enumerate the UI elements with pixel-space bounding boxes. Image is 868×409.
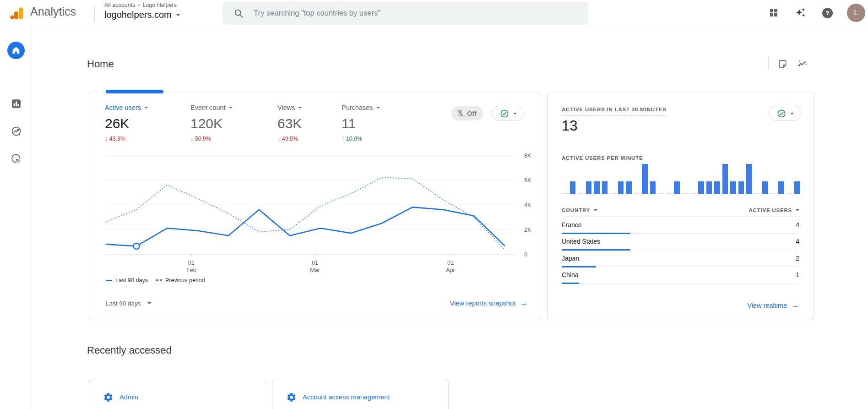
avatar-letter: L — [854, 8, 858, 17]
sidebar-item-reports[interactable] — [0, 98, 32, 109]
view-realtime-link[interactable]: View realtime → — [747, 301, 799, 310]
recently-accessed-heading: Recently accessed — [87, 344, 172, 356]
legend-solid-swatch — [106, 280, 112, 281]
minute-bar — [746, 163, 752, 194]
breadcrumb-org[interactable]: Logo Helpers — [142, 2, 176, 8]
metric-delta: ↑ 10.0% — [342, 136, 380, 142]
country-name: Japan — [562, 255, 579, 262]
chevron-down-icon — [790, 113, 794, 115]
insights-icon[interactable] — [797, 58, 808, 70]
metric-tab-views[interactable]: Views63K↓ 49.5% — [277, 104, 302, 142]
country-active-users: 4 — [796, 238, 799, 245]
check-circle-icon — [777, 109, 786, 118]
note-icon[interactable] — [777, 59, 788, 69]
ga-home-page: Analytics All accounts › Logo Helpers lo… — [0, 0, 868, 409]
overview-card: Active users26K↓ 43.3%Event count120K↓ 5… — [89, 92, 540, 320]
minute-bar — [706, 163, 712, 194]
metric-label: Active users — [105, 104, 148, 111]
key-events-off-badge[interactable]: Off — [451, 106, 483, 120]
minute-slot-empty — [562, 163, 568, 194]
chevron-down-icon — [229, 107, 233, 109]
explore-icon — [11, 125, 22, 137]
minute-slot-empty — [787, 163, 792, 194]
minute-slot-empty — [754, 163, 760, 194]
breadcrumb[interactable]: All accounts › Logo Helpers — [104, 2, 180, 8]
property-name: logohelpers.com — [104, 10, 172, 20]
chevron-down-icon — [144, 107, 148, 109]
view-reports-snapshot-link[interactable]: View reports snapshot → — [450, 299, 528, 308]
chevron-down-icon — [147, 302, 151, 304]
svg-text:0: 0 — [524, 251, 527, 258]
help-icon[interactable]: ? — [822, 8, 833, 18]
svg-text:Mar: Mar — [310, 267, 320, 273]
gear-icon — [103, 392, 114, 403]
sidebar-item-explore[interactable] — [0, 125, 32, 137]
breadcrumb-all-accounts[interactable]: All accounts — [104, 2, 135, 8]
date-range-select[interactable]: Last 90 days — [106, 300, 151, 307]
data-quality-pill[interactable] — [769, 106, 802, 121]
recent-card-admin[interactable]: Admin — [89, 379, 267, 409]
chevron-down-icon — [513, 113, 517, 115]
minute-bar — [722, 163, 728, 194]
country-column-header[interactable]: COUNTRY — [562, 207, 597, 213]
sidebar-item-advertising[interactable] — [0, 153, 32, 164]
minute-bar — [794, 163, 800, 194]
data-quality-pill[interactable] — [492, 106, 525, 121]
avatar[interactable]: L — [847, 4, 865, 22]
gemini-sparkle-icon[interactable] — [794, 6, 807, 19]
search-input[interactable] — [254, 9, 577, 17]
reports-icon — [11, 98, 22, 109]
analytics-logo-icon[interactable] — [9, 5, 24, 21]
minute-bar — [570, 163, 576, 194]
country-row-japan: Japan2 — [562, 250, 799, 267]
minute-slot-empty — [658, 163, 664, 194]
minute-slot-empty — [770, 163, 776, 194]
metric-delta: ↓ 43.3% — [105, 136, 148, 142]
country-name: France — [562, 221, 582, 229]
chevron-right-icon: › — [138, 2, 140, 8]
svg-text:01: 01 — [447, 260, 454, 266]
metric-tab-purchases[interactable]: Purchases11↑ 10.0% — [342, 104, 380, 142]
country-name: China — [562, 271, 579, 278]
legend-dotted-swatch — [156, 279, 162, 281]
minute-slot-empty — [690, 163, 696, 194]
search-bar[interactable] — [222, 1, 588, 25]
chevron-down-icon — [176, 14, 180, 16]
recent-card-account-access[interactable]: Account access management — [272, 379, 449, 409]
metric-tab-event-count[interactable]: Event count120K↓ 50.9% — [190, 104, 233, 142]
minute-bar — [778, 163, 784, 194]
metric-tab-active-users[interactable]: Active users26K↓ 43.3% — [105, 104, 148, 142]
svg-text:8K: 8K — [524, 153, 532, 159]
trend-chart: 02K4K6K8K01Feb01Mar01Apr — [106, 152, 541, 273]
active-users-column-header[interactable]: ACTIVE USERS — [749, 207, 799, 213]
metric-value: 63K — [277, 116, 302, 131]
minute-bar — [626, 163, 632, 194]
active-users-30min-value: 13 — [562, 118, 577, 134]
off-badge-label: Off — [467, 110, 477, 117]
country-bar — [562, 283, 579, 284]
link-label: View reports snapshot — [450, 300, 515, 307]
property-selector[interactable]: logohelpers.com — [104, 10, 180, 20]
country-name: United States — [562, 238, 600, 245]
recent-card-label: Account access management — [303, 392, 390, 401]
country-table-body: France4United States4Japan2China1 — [562, 217, 799, 284]
minute-bar — [602, 163, 608, 194]
sidebar-item-home[interactable] — [0, 42, 32, 59]
metric-label: Event count — [190, 104, 233, 111]
minute-slot-empty — [666, 163, 672, 194]
check-circle-icon — [500, 109, 509, 118]
grid-apps-icon[interactable] — [768, 7, 779, 18]
svg-text:4K: 4K — [524, 202, 532, 208]
account-breadcrumb: All accounts › Logo Helpers logohelpers.… — [104, 2, 180, 20]
active-tab-indicator — [106, 90, 163, 93]
country-row-france: France4 — [562, 217, 799, 234]
country-table-header: COUNTRY ACTIVE USERS — [562, 204, 799, 217]
minute-bar — [738, 163, 744, 194]
metric-value: 120K — [190, 116, 233, 131]
chevron-down-icon — [594, 209, 597, 211]
country-active-users: 1 — [796, 271, 799, 278]
metric-value: 11 — [342, 116, 380, 131]
product-name: Analytics — [30, 5, 76, 18]
realtime-title: ACTIVE USERS IN LAST 30 MINUTES — [562, 107, 667, 115]
minute-bar — [674, 163, 680, 194]
